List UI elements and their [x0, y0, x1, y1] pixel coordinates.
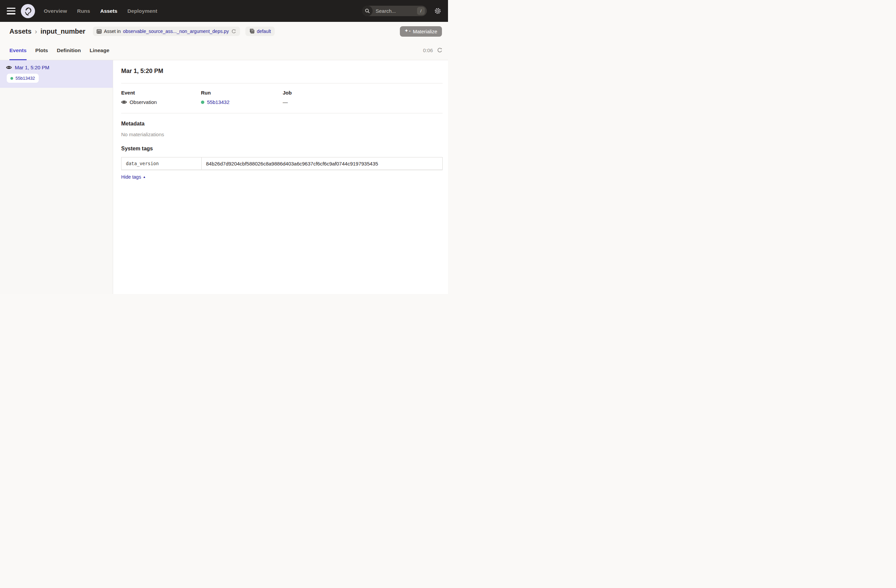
tab-plots[interactable]: Plots [35, 41, 48, 60]
system-tags-table: data_version 84b26d7d9204cbf588026c8a988… [121, 157, 443, 170]
content-area: Mar 1, 5:20 PM 55b13432 Mar 1, 5:20 PM E… [0, 60, 448, 294]
octopus-icon [22, 5, 34, 17]
gear-icon [434, 8, 441, 14]
asset-file-link[interactable]: observable_source_ass..._non_argument_de… [123, 29, 229, 34]
primary-nav: Overview Runs Assets Deployment [44, 8, 157, 14]
observation-eye-icon [6, 65, 12, 70]
event-heading: Mar 1, 5:20 PM [121, 67, 443, 75]
job-column-header: Job [283, 90, 443, 96]
tabs-row: Events Plots Definition Lineage 0:06 [0, 41, 448, 60]
job-value: — [283, 99, 288, 105]
dagster-logo[interactable] [21, 4, 35, 18]
event-type-value: Observation [130, 99, 157, 105]
code-location-link[interactable]: default [257, 29, 271, 34]
tag-key-cell: data_version [122, 157, 202, 170]
nav-assets[interactable]: Assets [100, 8, 117, 14]
event-column-header: Event [121, 90, 201, 96]
breadcrumb-separator: › [35, 27, 37, 35]
refresh-countdown: 0:06 [423, 47, 433, 53]
tab-definition[interactable]: Definition [57, 41, 81, 60]
settings-button[interactable] [434, 8, 441, 14]
slash-shortcut-key: / [417, 7, 425, 15]
page-title: input_number [40, 27, 85, 35]
run-status-dot [201, 100, 204, 104]
metadata-heading: Metadata [121, 120, 443, 128]
nav-overview[interactable]: Overview [44, 8, 67, 14]
event-summary-columns: Event Observation Run 55b13432 Job [121, 90, 443, 105]
sparkles-icon: ✦ ✦ [405, 29, 410, 34]
table-row: data_version 84b26d7d9204cbf588026c8a988… [122, 157, 443, 170]
menu-icon[interactable] [7, 8, 15, 14]
divider [121, 83, 443, 84]
search-placeholder: Search... [376, 8, 417, 14]
refresh-events-button[interactable] [437, 47, 443, 53]
hide-tags-label: Hide tags [121, 174, 141, 179]
table-icon [97, 29, 102, 34]
metadata-empty-text: No materializations [121, 131, 443, 138]
reload-definition-button[interactable] [231, 29, 236, 34]
search-input[interactable]: Search... / [362, 6, 427, 16]
observation-eye-icon [121, 99, 127, 105]
tag-value-cell: 84b26d7d9204cbf588026c8a9886d403a6c9637c… [202, 157, 443, 170]
run-id-chip[interactable]: 55b13432 [7, 74, 39, 83]
event-timestamp-link[interactable]: Mar 1, 5:20 PM [15, 65, 49, 70]
refresh-icon [231, 29, 236, 34]
tab-lineage[interactable]: Lineage [90, 41, 110, 60]
materialize-button[interactable]: ✦ ✦ Materialize [400, 26, 442, 36]
code-location-badge: default [245, 27, 275, 36]
event-list-sidebar: Mar 1, 5:20 PM 55b13432 [0, 60, 113, 294]
hide-tags-link[interactable]: Hide tags ▲ [121, 174, 146, 179]
refresh-icon [437, 47, 443, 53]
top-nav: Overview Runs Assets Deployment Search..… [0, 0, 448, 22]
run-column-header: Run [201, 90, 283, 96]
nav-right: Search... / [362, 6, 441, 16]
search-icon [362, 6, 373, 16]
tab-events[interactable]: Events [9, 41, 27, 60]
run-id-text: 55b13432 [15, 76, 35, 81]
nav-runs[interactable]: Runs [77, 8, 90, 14]
event-detail-panel: Mar 1, 5:20 PM Event Observation Run 55b… [113, 60, 448, 294]
run-id-link[interactable]: 55b13432 [207, 99, 230, 105]
asset-definition-badge: Asset in observable_source_ass..._non_ar… [93, 27, 240, 36]
system-tags-heading: System tags [121, 145, 443, 152]
asset-tabs: Events Plots Definition Lineage [9, 41, 110, 60]
breadcrumb-assets-link[interactable]: Assets [9, 27, 32, 35]
chevron-up-icon: ▲ [143, 175, 146, 179]
run-status-dot [11, 77, 13, 80]
event-list-item[interactable]: Mar 1, 5:20 PM 55b13432 [0, 60, 113, 88]
breadcrumb-row: Assets › input_number Asset in observabl… [0, 22, 448, 41]
materialize-label: Materialize [413, 29, 437, 34]
divider [121, 113, 443, 113]
asset-in-label: Asset in [104, 29, 121, 34]
nav-deployment[interactable]: Deployment [128, 8, 157, 14]
code-location-icon [249, 29, 254, 34]
